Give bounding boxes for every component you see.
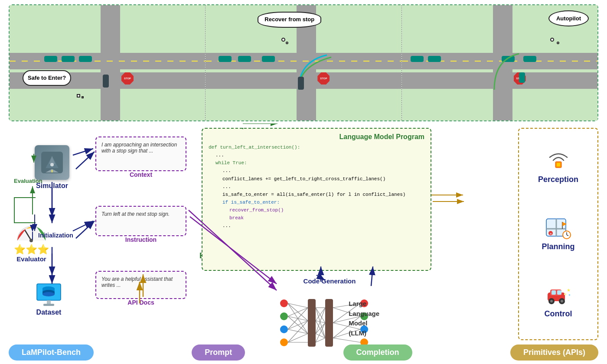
svg-line-42 bbox=[288, 308, 308, 316]
api-docs-group: You are a helpful assistant that writes … bbox=[95, 271, 186, 306]
llm-label: Large Language Model (LLM) bbox=[349, 299, 379, 338]
car-2-ego bbox=[298, 77, 304, 90]
thought-dot-2 bbox=[82, 96, 84, 98]
code-generation-label: Code Generation bbox=[286, 277, 373, 285]
scenario-panel-3: STOP Autopilot bbox=[402, 5, 597, 120]
svg-point-36 bbox=[280, 325, 288, 333]
dataset-group: Dataset bbox=[35, 282, 63, 316]
planning-item: × Planning bbox=[542, 217, 575, 251]
stop-sign-1: STOP bbox=[121, 72, 134, 84]
car-3b bbox=[428, 56, 441, 62]
context-label: Context bbox=[95, 171, 186, 178]
dataset-icon bbox=[35, 282, 63, 308]
svg-text:★: ★ bbox=[567, 288, 571, 292]
svg-line-48 bbox=[288, 321, 308, 342]
api-docs-box: You are a helpful assistant that writes … bbox=[95, 271, 186, 299]
planning-label: Planning bbox=[542, 242, 575, 251]
svg-rect-32 bbox=[47, 300, 51, 304]
svg-rect-77 bbox=[557, 163, 560, 166]
thought-bubble-autopilot: Autopilot bbox=[548, 10, 589, 26]
stop-sign-2: STOP bbox=[317, 72, 330, 84]
api-docs-label: API Docs bbox=[95, 299, 186, 306]
bottom-section: Execuation ⭐⭐⭐ Evaluator Evaluation bbox=[9, 128, 598, 340]
perception-icon bbox=[544, 150, 572, 173]
context-box: I am approaching an intersection with a … bbox=[95, 136, 186, 171]
pill-prompt: Prompt bbox=[192, 344, 245, 361]
thought-bubble-recover: Recover from stop bbox=[258, 12, 321, 28]
svg-rect-96 bbox=[564, 293, 566, 295]
car-1b bbox=[62, 56, 75, 62]
perception-item: Perception bbox=[538, 150, 578, 184]
code-block: Language Model Program def turn_left_at_… bbox=[202, 128, 431, 271]
control-label: Control bbox=[545, 309, 572, 318]
code-title: Language Model Program bbox=[209, 133, 424, 141]
simulator-icon bbox=[35, 145, 69, 180]
instruction-group: Turn left at the next stop sign. Instruc… bbox=[95, 206, 186, 243]
instruction-box: Turn left at the next stop sign. bbox=[95, 206, 186, 236]
svg-rect-51 bbox=[325, 299, 333, 347]
svg-line-8 bbox=[76, 221, 95, 238]
evaluator-group: ⭐⭐⭐ Evaluator bbox=[13, 221, 50, 263]
eval-arrow-v bbox=[14, 197, 15, 223]
planning-icon: × bbox=[544, 217, 572, 240]
car-2c bbox=[262, 56, 275, 62]
car-2a bbox=[219, 56, 232, 62]
car-1d bbox=[103, 75, 109, 88]
svg-text:●: ● bbox=[568, 293, 571, 297]
car-3a bbox=[411, 56, 424, 62]
svg-line-46 bbox=[288, 321, 308, 329]
car-3-ego bbox=[519, 72, 525, 83]
svg-line-74 bbox=[333, 338, 360, 342]
top-scenario-section: STOP Safe to Enter? STOP bbox=[9, 4, 598, 121]
thought-dot-5 bbox=[550, 38, 554, 42]
dataset-label: Dataset bbox=[36, 309, 62, 316]
svg-point-35 bbox=[280, 312, 288, 320]
svg-rect-38 bbox=[308, 299, 316, 347]
svg-line-45 bbox=[288, 308, 308, 329]
evaluator-stars: ⭐⭐⭐ bbox=[14, 245, 49, 254]
code-content: def turn_left_at_intersection(): ... whi… bbox=[209, 143, 424, 230]
eval-arrow-h bbox=[14, 197, 36, 198]
svg-line-39 bbox=[288, 303, 308, 308]
control-item: ★ ● Control bbox=[544, 284, 572, 318]
svg-line-7 bbox=[76, 152, 95, 169]
svg-point-18 bbox=[29, 239, 33, 242]
svg-line-49 bbox=[288, 334, 308, 342]
car-1c bbox=[79, 56, 92, 62]
car-3-done bbox=[502, 56, 515, 62]
svg-rect-91 bbox=[557, 290, 561, 295]
initialization-label: Initialization bbox=[38, 232, 73, 239]
speech-bubble-safe: Safe to Enter? bbox=[23, 70, 71, 86]
perception-label: Perception bbox=[538, 175, 578, 184]
pill-primitives: Primitives (APIs) bbox=[510, 344, 598, 361]
thought-dot-6 bbox=[557, 42, 559, 44]
scenario-panel-1: STOP Safe to Enter? bbox=[10, 5, 206, 120]
svg-point-93 bbox=[550, 300, 553, 302]
svg-point-95 bbox=[561, 300, 563, 302]
evaluator-label: Evaluator bbox=[16, 255, 46, 263]
pill-completion: Completion bbox=[343, 344, 412, 361]
svg-point-34 bbox=[280, 299, 288, 307]
instruction-label: Instruction bbox=[95, 236, 186, 243]
svg-point-25 bbox=[50, 163, 54, 166]
right-panel: Perception × bbox=[518, 128, 598, 340]
svg-rect-90 bbox=[552, 290, 556, 295]
simulator-label: Simulator bbox=[36, 182, 68, 190]
svg-point-31 bbox=[42, 292, 55, 296]
simulator-group: Simulator bbox=[35, 145, 69, 190]
svg-line-62 bbox=[316, 338, 325, 342]
scenario-panel-2: STOP Recover from stop bbox=[206, 5, 401, 120]
pill-bench: LaMPilot-Bench bbox=[9, 344, 94, 361]
car-1a bbox=[44, 56, 57, 62]
svg-text:×: × bbox=[550, 232, 552, 236]
svg-rect-33 bbox=[43, 304, 54, 306]
control-icon: ★ ● bbox=[544, 284, 572, 308]
car-3c bbox=[523, 56, 536, 62]
car-2b bbox=[238, 56, 251, 62]
eval-arrow-h2 bbox=[14, 222, 36, 223]
thought-dot-1 bbox=[77, 94, 80, 98]
bottom-labels: LaMPilot-Bench Prompt Completion Primiti… bbox=[9, 344, 598, 361]
context-group: I am approaching an intersection with a … bbox=[95, 136, 186, 178]
